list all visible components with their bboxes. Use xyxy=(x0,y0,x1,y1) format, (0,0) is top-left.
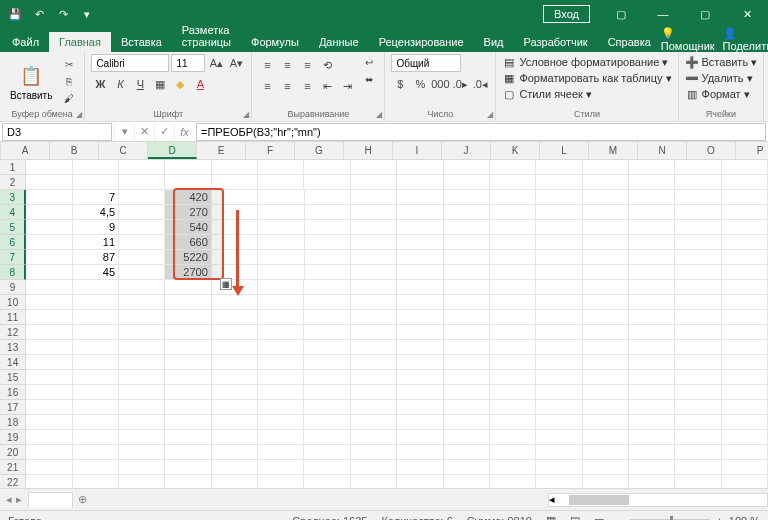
cell[interactable] xyxy=(119,340,165,355)
cell[interactable] xyxy=(119,355,165,370)
cell[interactable]: 420 xyxy=(165,190,211,205)
cell[interactable] xyxy=(675,160,721,175)
cell[interactable] xyxy=(351,310,397,325)
cell[interactable] xyxy=(304,310,350,325)
cell[interactable] xyxy=(722,325,768,340)
cell[interactable] xyxy=(490,370,536,385)
cell[interactable] xyxy=(444,400,490,415)
cell[interactable] xyxy=(212,280,258,295)
cell[interactable] xyxy=(304,475,350,488)
fx-icon[interactable]: fx xyxy=(174,123,194,141)
cell[interactable] xyxy=(119,445,165,460)
cell[interactable] xyxy=(444,265,490,280)
align-middle-icon[interactable]: ≡ xyxy=(278,56,296,74)
cell[interactable] xyxy=(722,190,768,205)
conditional-formatting-button[interactable]: ▤Условное форматирование ▾ xyxy=(502,54,671,70)
cell[interactable] xyxy=(73,175,119,190)
cell[interactable] xyxy=(536,430,582,445)
cell[interactable] xyxy=(351,280,397,295)
cell[interactable]: 45 xyxy=(73,265,119,280)
cell[interactable] xyxy=(119,325,165,340)
cell[interactable] xyxy=(397,205,443,220)
cell[interactable] xyxy=(536,280,582,295)
cell[interactable] xyxy=(629,175,675,190)
cell[interactable] xyxy=(258,325,304,340)
cell[interactable] xyxy=(675,220,721,235)
percent-icon[interactable]: % xyxy=(411,75,429,93)
cell[interactable] xyxy=(444,310,490,325)
row-header[interactable]: 4 xyxy=(0,205,26,220)
cell[interactable] xyxy=(26,220,72,235)
cell[interactable] xyxy=(26,295,72,310)
tab-review[interactable]: Рецензирование xyxy=(369,32,474,52)
cell[interactable] xyxy=(119,220,165,235)
horizontal-scrollbar[interactable]: ◂ xyxy=(548,493,768,507)
merge-icon[interactable]: ⬌ xyxy=(360,71,378,87)
cell[interactable] xyxy=(583,400,629,415)
cell[interactable] xyxy=(583,295,629,310)
scroll-left-icon[interactable]: ◂ xyxy=(549,493,555,506)
cell[interactable] xyxy=(629,280,675,295)
cell[interactable] xyxy=(722,160,768,175)
save-icon[interactable]: 💾 xyxy=(6,5,24,23)
cell[interactable] xyxy=(305,250,351,265)
cell[interactable] xyxy=(119,190,165,205)
cell[interactable] xyxy=(397,475,443,488)
cell[interactable] xyxy=(629,355,675,370)
cell[interactable] xyxy=(212,175,258,190)
cell[interactable] xyxy=(675,370,721,385)
cell[interactable] xyxy=(629,205,675,220)
cell[interactable] xyxy=(212,250,258,265)
cell[interactable] xyxy=(583,340,629,355)
cell[interactable] xyxy=(675,340,721,355)
cell[interactable] xyxy=(26,415,72,430)
cell[interactable] xyxy=(26,175,72,190)
cell[interactable] xyxy=(212,415,258,430)
cell[interactable] xyxy=(722,250,768,265)
close-icon[interactable]: ✕ xyxy=(726,0,768,28)
cell[interactable] xyxy=(722,265,768,280)
cell[interactable] xyxy=(490,400,536,415)
cell[interactable] xyxy=(73,280,119,295)
cell[interactable] xyxy=(444,190,490,205)
cell[interactable] xyxy=(629,265,675,280)
cancel-formula-icon[interactable]: ✕ xyxy=(134,123,154,141)
cell[interactable] xyxy=(258,310,304,325)
row-header[interactable]: 22 xyxy=(0,475,26,488)
cell[interactable] xyxy=(258,220,304,235)
cell[interactable] xyxy=(583,250,629,265)
cell[interactable] xyxy=(26,265,72,280)
sheet-tab[interactable] xyxy=(28,492,73,508)
cell[interactable] xyxy=(258,460,304,475)
cell[interactable] xyxy=(583,310,629,325)
cell[interactable] xyxy=(444,295,490,310)
cell[interactable] xyxy=(444,355,490,370)
cell[interactable] xyxy=(490,190,536,205)
cell[interactable] xyxy=(119,385,165,400)
row-header[interactable]: 1 xyxy=(0,160,26,175)
cell[interactable] xyxy=(536,310,582,325)
cell[interactable] xyxy=(397,445,443,460)
cell[interactable] xyxy=(536,295,582,310)
cell[interactable] xyxy=(490,310,536,325)
cell[interactable] xyxy=(73,310,119,325)
cell[interactable] xyxy=(397,265,443,280)
cell[interactable] xyxy=(397,325,443,340)
cell[interactable] xyxy=(73,325,119,340)
cell[interactable] xyxy=(26,205,72,220)
column-header[interactable]: B xyxy=(50,142,99,159)
cell[interactable] xyxy=(212,445,258,460)
cell[interactable] xyxy=(397,385,443,400)
tab-developer[interactable]: Разработчик xyxy=(514,32,598,52)
cell[interactable] xyxy=(444,250,490,265)
cell[interactable] xyxy=(351,235,397,250)
cell[interactable] xyxy=(397,430,443,445)
cell[interactable] xyxy=(536,190,582,205)
align-dialog-icon[interactable]: ◢ xyxy=(376,110,382,119)
underline-icon[interactable]: Ч xyxy=(131,75,149,93)
column-header[interactable]: D xyxy=(148,142,197,159)
font-color-icon[interactable]: А xyxy=(191,75,209,93)
cell[interactable] xyxy=(258,340,304,355)
cell[interactable]: 660 xyxy=(165,235,211,250)
cell[interactable] xyxy=(258,370,304,385)
